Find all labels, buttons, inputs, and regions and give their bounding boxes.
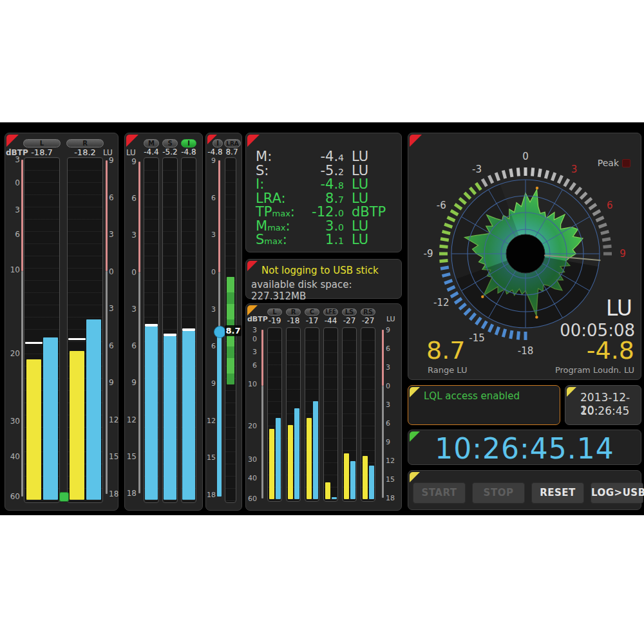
rms-bar xyxy=(70,351,84,500)
readout-row: M:-4.4LU xyxy=(246,149,401,163)
scale-tick-label: 9 xyxy=(125,157,137,166)
corner-alert-triangle xyxy=(567,387,576,397)
channel-badge: R xyxy=(286,308,301,316)
peak-indicator-label: Peak xyxy=(598,158,619,168)
scale-tick-label: 3 xyxy=(5,205,20,214)
gate-status-led xyxy=(59,492,69,502)
scale-tick-label: 20 xyxy=(5,349,20,358)
readout-unit: LU xyxy=(352,163,368,178)
channel-badge: LFE xyxy=(323,308,338,316)
readout-label: I: xyxy=(256,176,264,192)
scale-tick-label: 30 xyxy=(5,417,20,426)
channel-truepeak-value: -19 xyxy=(265,316,284,325)
readout-row: TPmax:-12.0dBTP xyxy=(246,204,401,218)
scale-tick-label: 18 xyxy=(109,489,119,498)
scale-tick-label: 3 xyxy=(386,363,396,372)
readout-row: I:-4.8LU xyxy=(246,176,401,191)
rms-bar xyxy=(307,418,312,499)
channel-loudness-value: -4.4 xyxy=(142,147,161,156)
peak-hold-line xyxy=(25,342,43,344)
rms-bar xyxy=(344,453,349,499)
scale-tick-label: 6 xyxy=(386,419,396,428)
usb-logging-status-panel: Not logging to USB stick available disk … xyxy=(245,259,402,299)
channel-badge: L xyxy=(267,308,282,316)
scale-ruler-over-zero xyxy=(382,330,384,386)
scale-tick-label: 60 xyxy=(246,495,257,503)
scale-tick-label: 3 xyxy=(206,231,216,239)
scale-ruler-under-zero xyxy=(106,271,108,494)
scale-tick-label: 12 xyxy=(125,415,137,424)
channel-badge: L xyxy=(23,139,61,147)
peak-bar xyxy=(332,497,337,499)
scale-tick-label: 6 xyxy=(386,345,396,353)
radar-scale-label: -15 xyxy=(469,332,485,344)
scale-ruler-over-zero xyxy=(21,160,23,271)
scale-tick-label: 3 xyxy=(109,304,119,313)
rms-bar xyxy=(26,359,41,500)
scale-tick-label: 9 xyxy=(386,438,396,446)
lra-marker-value: 8.7 xyxy=(225,325,242,336)
channel-truepeak-value: -18.2 xyxy=(66,147,104,157)
scale-tick-label: 6 xyxy=(5,230,20,239)
scale-tick-label: 3 xyxy=(125,231,137,240)
corner-alert-triangle xyxy=(247,305,258,316)
transport-button-stop[interactable]: STOP xyxy=(472,482,525,504)
radar-scale-label: 3 xyxy=(571,164,578,175)
scale-ruler-under-zero xyxy=(382,386,384,498)
transport-button-reset[interactable]: RESET xyxy=(531,482,584,504)
lql-status-panel: LQL access enabled xyxy=(408,385,560,425)
scale-tick-label: 6 xyxy=(206,193,216,202)
scale-tick-label: 0 xyxy=(125,268,137,277)
radar-scale-label: -3 xyxy=(472,164,482,175)
loudness-bar-cap xyxy=(145,324,158,327)
scale-tick-label: 40 xyxy=(5,452,20,461)
transport-button-start[interactable]: START xyxy=(413,482,466,504)
channel-truepeak-value: -17 xyxy=(303,316,321,325)
stereo-truepeak-meter-panel: dBTP LU L-18.7R-18.230361020304060963036… xyxy=(5,133,118,511)
scale-tick-label: 3 xyxy=(386,401,396,409)
scale-tick-label: 20 xyxy=(246,422,257,430)
corner-alert-triangle xyxy=(6,135,19,147)
readout-row: S:-5.2LU xyxy=(246,163,401,177)
loudness-bar-cap xyxy=(182,328,195,331)
scale-tick-label: 6 xyxy=(125,194,137,203)
radar-scale-label: -12 xyxy=(433,297,450,308)
scale-tick-label: 3 xyxy=(5,155,20,164)
channel-truepeak-value: -27 xyxy=(340,316,359,325)
radar-peak-dot xyxy=(536,187,538,189)
scale-tick-label: 9 xyxy=(386,326,396,334)
readout-value: -4.8 xyxy=(272,176,344,192)
scale-tick-label: 15 xyxy=(386,475,396,484)
loudness-bar-cap xyxy=(164,334,176,336)
scale-tick-label: 12 xyxy=(109,415,119,424)
scale-tick-label: 3 xyxy=(206,305,216,313)
scale-tick-label: 10 xyxy=(5,265,20,274)
readout-unit: LU xyxy=(352,232,368,247)
scale-tick-label: 9 xyxy=(109,156,119,165)
readout-unit: LU xyxy=(352,176,368,192)
channel-badge: LS xyxy=(342,308,357,316)
peak-hold-line xyxy=(68,338,86,340)
scale-tick-label: 15 xyxy=(109,452,119,461)
readout-label: M: xyxy=(256,149,272,164)
lql-status-text: LQL access enabled xyxy=(424,390,520,402)
channel-truepeak-value: -18.7 xyxy=(23,147,61,157)
radar-peak-dot xyxy=(535,316,538,318)
scale-tick-label: 3 xyxy=(125,305,137,314)
scale-tick-label: 10 xyxy=(246,380,257,388)
readout-value: 8.7 xyxy=(272,191,344,206)
peak-bar xyxy=(294,408,299,499)
transport-button-panel: STARTSTOPRESETLOG>USB xyxy=(408,470,641,510)
meter-channel xyxy=(323,327,338,502)
readout-row: Smax:1.1LU xyxy=(246,232,401,246)
scale-tick-label: 6 xyxy=(125,341,137,350)
integrated-value: -4.8 xyxy=(206,147,224,156)
scale-tick-label: 6 xyxy=(109,193,119,202)
scale-unit: LU xyxy=(126,148,136,157)
channel-badge: LRA xyxy=(224,139,241,147)
scale-tick-label: 0 xyxy=(109,267,119,276)
peak-bar xyxy=(350,461,355,499)
loudness-range-value: 8.7 xyxy=(426,336,465,365)
transport-button-logusb[interactable]: LOG>USB xyxy=(591,482,643,504)
channel-loudness-value: -5.2 xyxy=(160,147,180,156)
